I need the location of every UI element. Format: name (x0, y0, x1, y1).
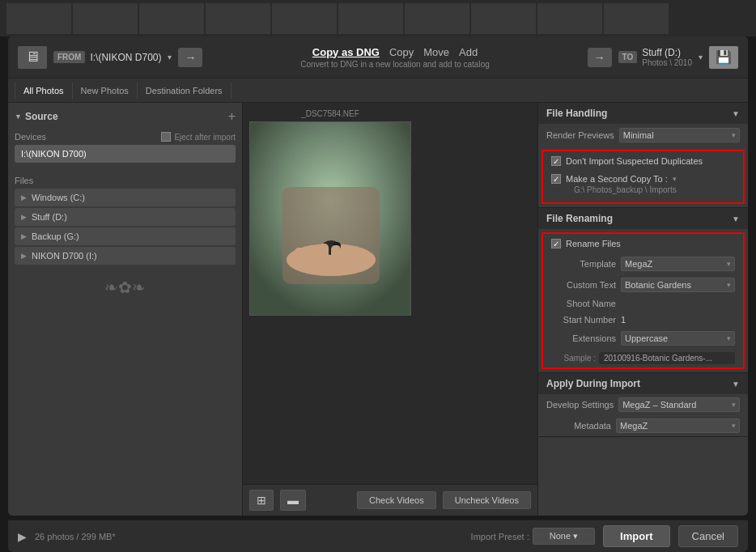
bg-thumb (206, 3, 270, 34)
develop-settings-row: Develop Settings MegaZ – Standard ▾ (538, 394, 748, 415)
to-path[interactable]: Stuff (D:) (642, 47, 692, 58)
rename-files-checkbox[interactable] (551, 239, 561, 248)
extensions-select[interactable]: Uppercase ▾ (621, 331, 735, 346)
metadata-select[interactable]: MegaZ ▾ (616, 418, 740, 433)
import-preset-area: Import Preset : None ▾ (471, 528, 596, 545)
cancel-button[interactable]: Cancel (678, 525, 738, 547)
to-subpath: Photos \ 2010 (642, 58, 692, 67)
file-item-stuff[interactable]: ▶ Stuff (D:) (15, 208, 236, 226)
film-icon: ▬ (287, 494, 299, 507)
metadata-arrow: ▾ (732, 422, 736, 430)
import-button[interactable]: Import (603, 525, 669, 547)
file-item-windows[interactable]: ▶ Windows (C:) (15, 189, 236, 206)
drive-icon: 🖥 (18, 46, 47, 69)
copy-options-title: Copy as DNG Copy Move Add (209, 46, 580, 58)
filmstrip-view-button[interactable]: ▬ (280, 490, 306, 511)
file-arrow-stuff: ▶ (21, 213, 27, 221)
tab-destination-folders[interactable]: Destination Folders (138, 83, 231, 99)
photo-label-1: _DSC7584.NEF (301, 109, 359, 118)
copy-as-dng-option[interactable]: Copy as DNG (312, 46, 380, 58)
from-arrow-button[interactable]: → (178, 48, 202, 67)
add-option[interactable]: Add (459, 46, 478, 58)
sidebar: ▼ Source + Devices Eject after import I:… (8, 103, 243, 516)
to-dropdown-arrow[interactable]: ▾ (699, 53, 703, 62)
apply-import-header[interactable]: Apply During Import ▼ (538, 373, 748, 394)
sidebar-header: ▼ Source + (15, 109, 236, 124)
extensions-row: Extensions Uppercase ▾ (543, 328, 743, 349)
rename-files-row: Rename Files (543, 234, 743, 253)
template-label: Template (551, 259, 616, 269)
photo-svg-1 (250, 122, 411, 316)
start-number-row: Start Number 1 (543, 312, 743, 328)
grid-view-button[interactable]: ⊞ (249, 490, 274, 511)
second-copy-header: Make a Second Copy To : ▾ (551, 174, 735, 184)
bg-thumb (537, 3, 602, 34)
background-strip (0, 0, 756, 36)
tab-all-photos[interactable]: All Photos (15, 83, 73, 99)
to-arrow-button[interactable]: → (588, 48, 612, 67)
uncheck-videos-button[interactable]: Uncheck Videos (443, 491, 531, 509)
preset-select[interactable]: None ▾ (533, 528, 595, 545)
second-copy-path: G:\ Photos_backup \ Imports (551, 184, 735, 199)
bg-thumb (604, 3, 669, 34)
develop-settings-select[interactable]: MegaZ – Standard ▾ (618, 397, 740, 412)
second-copy-arrow: ▾ (673, 175, 677, 183)
photo-grid: _DSC7584.NEF (243, 103, 537, 484)
sidebar-add-button[interactable]: + (228, 109, 236, 124)
grid-icon: ⊞ (257, 494, 266, 507)
second-copy-row: Make a Second Copy To : ▾ G:\ Photos_bac… (543, 171, 743, 202)
file-arrow-windows: ▶ (21, 193, 27, 202)
sample-row: Sample : 20100916-Botanic Gardens-... (543, 349, 743, 367)
hdd-icon: 💾 (709, 46, 738, 69)
photo-count: 26 photos / 299 MB* (35, 532, 463, 541)
selected-device[interactable]: I:\(NIKON D700) (15, 145, 236, 163)
svg-rect-7 (295, 248, 304, 268)
from-dropdown-arrow[interactable]: ▾ (168, 53, 172, 62)
bottom-bar: ▶ 26 photos / 299 MB* Import Preset : No… (8, 520, 748, 552)
sub-nav: All Photos New Photos Destination Folder… (8, 79, 748, 103)
photo-thumb-1[interactable] (249, 121, 411, 316)
sample-label: Sample : (551, 354, 596, 363)
svg-rect-12 (354, 252, 362, 268)
render-previews-select[interactable]: Minimal ▾ (619, 128, 740, 142)
file-renaming-arrow: ▼ (732, 214, 740, 223)
dont-import-checkbox[interactable] (551, 156, 561, 166)
move-option[interactable]: Move (423, 46, 449, 58)
copy-subtitle: Convert to DNG in a new location and add… (209, 60, 580, 69)
copy-option[interactable]: Copy (389, 46, 414, 58)
second-copy-checkbox[interactable] (551, 174, 561, 184)
svg-rect-9 (319, 244, 329, 268)
file-arrow-backup: ▶ (21, 232, 27, 240)
template-select[interactable]: MegaZ ▾ (621, 257, 735, 271)
files-section: Files ▶ Windows (C:) ▶ Stuff (D:) ▶ Back… (15, 176, 236, 266)
bg-thumb (6, 3, 71, 34)
files-label: Files (15, 176, 236, 185)
start-number-value[interactable]: 1 (621, 315, 626, 325)
file-handling-header[interactable]: File Handling ▼ (538, 103, 748, 124)
to-section: TO Stuff (D:) Photos \ 2010 ▾ (618, 47, 703, 67)
template-row: Template MegaZ ▾ (543, 253, 743, 274)
renaming-box: Rename Files Template MegaZ ▾ Custom Tex… (542, 232, 745, 369)
import-dialog: 🖥 FROM I:\(NIKON D700) ▾ → Copy as DNG C… (8, 36, 748, 516)
eject-checkbox[interactable] (161, 132, 171, 142)
tab-new-photos[interactable]: New Photos (73, 83, 138, 99)
play-button[interactable]: ▶ (18, 530, 27, 543)
file-renaming-header[interactable]: File Renaming ▼ (538, 208, 748, 229)
file-item-nikon[interactable]: ▶ NIKON D700 (I:) (15, 247, 236, 265)
devices-label: Devices Eject after import (15, 132, 236, 142)
file-item-backup[interactable]: ▶ Backup (G:) (15, 227, 236, 245)
from-path[interactable]: I:\(NIKON D700) (90, 52, 161, 63)
rename-files-label: Rename Files (566, 239, 621, 248)
start-number-label: Start Number (551, 315, 616, 325)
photo-area: _DSC7584.NEF (243, 103, 537, 516)
file-arrow-nikon: ▶ (21, 252, 27, 260)
custom-text-select[interactable]: Botanic Gardens ▾ (621, 278, 735, 292)
photo-item-1[interactable]: _DSC7584.NEF (249, 109, 411, 316)
file-renaming-title: File Renaming (546, 213, 613, 224)
photo-controls: ⊞ ▬ Check Videos Uncheck Videos (243, 484, 537, 516)
dont-import-label: Don't Import Suspected Duplicates (566, 156, 703, 166)
file-handling-arrow: ▼ (732, 109, 740, 118)
check-videos-button[interactable]: Check Videos (357, 491, 436, 509)
devices-section: Devices Eject after import I:\(NIKON D70… (15, 132, 236, 164)
sidebar-triangle: ▼ (15, 113, 22, 121)
